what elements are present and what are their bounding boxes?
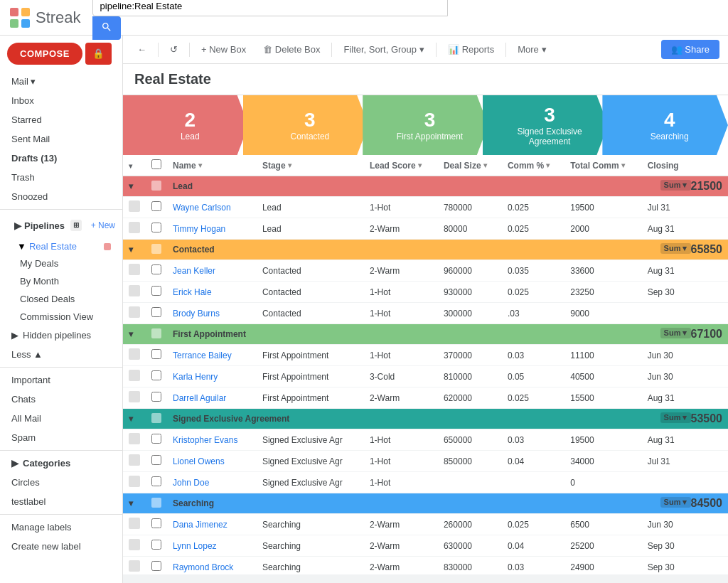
stage-lead[interactable]: 2 Lead	[123, 95, 249, 155]
sidebar-item-sent[interactable]: Sent Mail	[0, 129, 122, 149]
row-name[interactable]: Kristopher Evans	[167, 429, 257, 451]
row-name[interactable]: Jean Keller	[167, 260, 257, 282]
group-header-first-appointment[interactable]: ▾ First Appointment 67100 Sum ▾	[123, 324, 728, 345]
back-button[interactable]: ←	[132, 41, 152, 58]
row-name[interactable]: Dana Jimenez	[167, 514, 257, 535]
row-checkbox[interactable]	[146, 218, 167, 240]
new-pipeline-button[interactable]: + New	[91, 220, 115, 230]
hidden-pipelines[interactable]: ▶ Hidden pipelines	[0, 326, 122, 345]
sidebar-item-important[interactable]: Important	[0, 370, 122, 390]
row-name[interactable]: Wayne Carlson	[167, 197, 257, 218]
row-name[interactable]: Erick Hale	[167, 282, 257, 303]
sidebar-item-inbox[interactable]: Inbox	[0, 91, 122, 110]
less-button[interactable]: Less ▲	[0, 345, 122, 364]
row-lead-score: 1-Hot	[364, 429, 438, 451]
sidebar-item-circles[interactable]: Circles	[0, 473, 122, 492]
row-expand-icon	[123, 451, 146, 472]
more-button[interactable]: More ▾	[512, 41, 552, 58]
sidebar-item-chats[interactable]: Chats	[0, 390, 122, 409]
col-expand[interactable]: ▾	[129, 162, 132, 170]
create-new-label[interactable]: Create new label	[0, 537, 122, 556]
row-lead-score: 2-Warm	[364, 218, 438, 240]
row-checkbox[interactable]	[146, 366, 167, 387]
search-button[interactable]	[92, 16, 121, 40]
row-lead-score: 1-Hot	[364, 282, 438, 303]
delete-box-button[interactable]: 🗑 Delete Box	[257, 41, 326, 58]
by-month-nav[interactable]: By Month	[0, 272, 122, 290]
group-header-signed[interactable]: ▾ Signed Exclusive Agreement 53500 Sum ▾	[123, 409, 728, 429]
pipeline-real-estate[interactable]: ▼ Real Estate	[0, 238, 122, 255]
row-name[interactable]: Terrance Bailey	[167, 345, 257, 366]
select-all-checkbox[interactable]	[151, 159, 161, 169]
row-name[interactable]: Darrell Aguilar	[167, 387, 257, 409]
group-expand-icon[interactable]: ▾	[123, 176, 146, 197]
row-checkbox[interactable]	[146, 345, 167, 366]
sidebar-item-snoozed[interactable]: Snoozed	[0, 187, 122, 206]
row-name[interactable]: Brody Burns	[167, 303, 257, 324]
row-checkbox[interactable]	[146, 557, 167, 575]
sidebar-item-starred[interactable]: Starred	[0, 110, 122, 129]
row-name[interactable]: Lionel Owens	[167, 451, 257, 472]
sidebar-item-drafts[interactable]: Drafts (13)	[0, 149, 122, 168]
filter-sort-button[interactable]: Filter, Sort, Group ▾	[338, 41, 430, 58]
row-deal-size	[438, 472, 502, 493]
row-total-comm: 9000	[564, 303, 641, 324]
row-checkbox[interactable]	[146, 303, 167, 324]
row-checkbox[interactable]	[146, 472, 167, 493]
col-total-comm[interactable]: Total Comm ▾	[564, 155, 641, 176]
stage-contacted[interactable]: 3 Contacted	[243, 95, 369, 155]
row-checkbox[interactable]	[146, 282, 167, 303]
my-deals-nav[interactable]: My Deals	[0, 255, 122, 272]
stage-first-appointment[interactable]: 3 First Appointment	[363, 95, 488, 155]
group-expand-icon[interactable]: ▾	[123, 324, 146, 345]
row-checkbox[interactable]	[146, 197, 167, 218]
sidebar-item-testlabel[interactable]: testlabel	[0, 492, 122, 511]
row-name[interactable]: Karla Henry	[167, 366, 257, 387]
col-stage[interactable]: Stage ▾	[257, 155, 364, 176]
stage-searching[interactable]: 4 Searching	[602, 95, 728, 155]
row-stage: Contacted	[257, 260, 364, 282]
reports-button[interactable]: 📊 Reports	[442, 41, 500, 58]
manage-labels[interactable]: Manage labels	[0, 518, 122, 537]
compose-button[interactable]: COMPOSE	[7, 43, 82, 65]
share-button[interactable]: 👥 Share	[661, 40, 719, 59]
row-total-comm: 33600	[564, 260, 641, 282]
row-checkbox[interactable]	[146, 429, 167, 451]
row-stage: First Appointment	[257, 366, 364, 387]
sidebar-item-all-mail[interactable]: All Mail	[0, 409, 122, 428]
lock-button[interactable]: 🔒	[85, 43, 112, 65]
group-header-contacted[interactable]: ▾ Contacted 65850 Sum ▾	[123, 240, 728, 260]
row-closing: Jul 31	[642, 451, 728, 472]
sidebar-item-spam[interactable]: Spam	[0, 428, 122, 447]
sidebar-item-trash[interactable]: Trash	[0, 168, 122, 187]
row-expand-icon	[123, 429, 146, 451]
group-header-searching[interactable]: ▾ Searching 84500 Sum ▾	[123, 493, 728, 514]
row-name[interactable]: Timmy Hogan	[167, 218, 257, 240]
row-name[interactable]: John Doe	[167, 472, 257, 493]
refresh-button[interactable]: ↺	[164, 41, 183, 58]
row-name[interactable]: Raymond Brock	[167, 557, 257, 575]
new-box-button[interactable]: + New Box	[196, 41, 252, 58]
closed-deals-nav[interactable]: Closed Deals	[0, 290, 122, 308]
row-checkbox[interactable]	[146, 514, 167, 535]
col-closing[interactable]: Closing	[642, 155, 728, 176]
group-expand-icon[interactable]: ▾	[123, 493, 146, 514]
stage-signed[interactable]: 3 Signed Exclusive Agreement	[483, 95, 609, 155]
col-comm-pct[interactable]: Comm % ▾	[502, 155, 564, 176]
group-name: First Appointment	[167, 324, 642, 345]
commission-view-nav[interactable]: Commission View	[0, 308, 122, 326]
row-checkbox[interactable]	[146, 451, 167, 472]
row-checkbox[interactable]	[146, 387, 167, 409]
search-input[interactable]	[92, 0, 448, 16]
group-expand-icon[interactable]: ▾	[123, 409, 146, 429]
group-expand-icon[interactable]: ▾	[123, 240, 146, 260]
col-name[interactable]: Name ▾	[167, 155, 257, 176]
row-checkbox[interactable]	[146, 260, 167, 282]
row-name[interactable]: Lynn Lopez	[167, 535, 257, 557]
logo: Streak	[9, 6, 81, 29]
mail-menu[interactable]: Mail ▾	[0, 72, 122, 91]
col-lead-score[interactable]: Lead Score ▾	[364, 155, 438, 176]
col-deal-size[interactable]: Deal Size ▾	[438, 155, 502, 176]
row-checkbox[interactable]	[146, 535, 167, 557]
group-header-lead[interactable]: ▾ Lead 21500 Sum ▾	[123, 176, 728, 197]
